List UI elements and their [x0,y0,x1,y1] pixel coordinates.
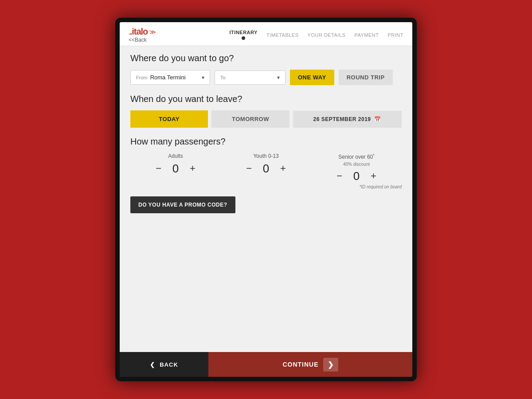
from-dropdown-arrow-icon: ▾ [202,74,204,81]
youth-value: 0 [261,162,271,176]
one-way-button[interactable]: ONE WAY [290,70,334,85]
continue-button[interactable]: CONTINUE ❯ [208,352,412,377]
promo-code-button[interactable]: DO YOU HAVE A PROMO CODE? [130,196,235,213]
nav-step-itinerary: ITINERARY [230,30,258,40]
senior-label: Senior over 60* [338,153,375,160]
to-dropdown-arrow-icon: ▾ [277,74,280,81]
where-section: Where do you want to go? From Roma Termi… [130,53,402,85]
tomorrow-button[interactable]: TOMORROW [211,110,289,128]
senior-counter: − 0 + [333,168,380,184]
senior-increment-button[interactable]: + [367,168,380,184]
back-link[interactable]: <<Back [129,37,147,43]
where-title: Where do you want to go? [130,53,402,63]
back-label: BACK [160,361,178,368]
adults-value: 0 [170,162,181,176]
nav-step-payment: PAYMENT [354,32,379,38]
specific-date-text: 26 SEPTEMBER 2019 [313,116,371,122]
continue-label: CONTINUE [282,361,318,368]
nav-step-timetables: TIMETABLES [266,32,299,38]
senior-value: 0 [351,169,362,183]
youth-counter: − 0 + [243,161,289,176]
nav-step-print: PRINT [388,32,404,38]
senior-column: Senior over 60* 40% discount − 0 + [311,153,402,184]
senior-discount-label: 40% discount [343,162,370,167]
adults-decrement-button[interactable]: − [152,161,165,176]
adults-increment-button[interactable]: + [186,161,199,176]
when-title: When do you want to leave? [130,94,402,104]
logo-bird-icon: ≫ [149,28,156,35]
footer: ❮ BACK CONTINUE ❯ [120,352,412,377]
today-button[interactable]: TODAY [130,110,208,128]
continue-arrow-icon: ❯ [323,358,338,372]
id-note: *ID required on board [130,184,402,189]
adults-counter: − 0 + [152,161,199,176]
header: ..italo ≫ <<Back ITINERARY TIMETABLES [120,22,412,46]
to-dropdown[interactable]: To ▾ [215,70,286,85]
back-arrow-icon: ❮ [150,361,155,368]
passengers-title: How many passengers? [130,137,402,147]
round-trip-button[interactable]: ROUND TRIP [339,70,393,85]
nav-step-your-details: YOUR DETAILS [308,32,346,38]
youth-decrement-button[interactable]: − [243,161,255,176]
senior-decrement-button[interactable]: − [333,168,346,184]
logo-area: ..italo ≫ <<Back [129,27,156,43]
specific-date-button[interactable]: 26 SEPTEMBER 2019 📅 [293,111,402,128]
when-section: When do you want to leave? TODAY TOMORRO… [130,94,402,128]
calendar-icon: 📅 [374,116,381,122]
logo: ..italo ≫ [129,27,156,37]
adults-column: Adults − 0 + [130,153,221,184]
passengers-section: How many passengers? Adults − 0 + Youth … [130,137,402,189]
passengers-grid: Adults − 0 + Youth 0-13 − 0 + [130,153,402,184]
youth-column: Youth 0-13 − 0 + [221,153,311,184]
date-row: TODAY TOMORROW 26 SEPTEMBER 2019 📅 [130,110,402,128]
back-button[interactable]: ❮ BACK [120,352,208,377]
main-content: Where do you want to go? From Roma Termi… [120,46,412,352]
youth-label: Youth 0-13 [253,153,279,159]
from-dropdown[interactable]: From Roma Termini ▾ [130,70,210,85]
destination-row: From Roma Termini ▾ To ▾ ONE WAY ROUND T… [130,70,402,85]
nav-steps: ITINERARY TIMETABLES YOUR DETAILS PAYMEN… [230,30,403,40]
adults-label: Adults [168,153,183,159]
youth-increment-button[interactable]: + [277,161,289,176]
kiosk-screen: ..italo ≫ <<Back ITINERARY TIMETABLES [120,22,412,377]
kiosk-frame: ..italo ≫ <<Back ITINERARY TIMETABLES [115,18,417,381]
